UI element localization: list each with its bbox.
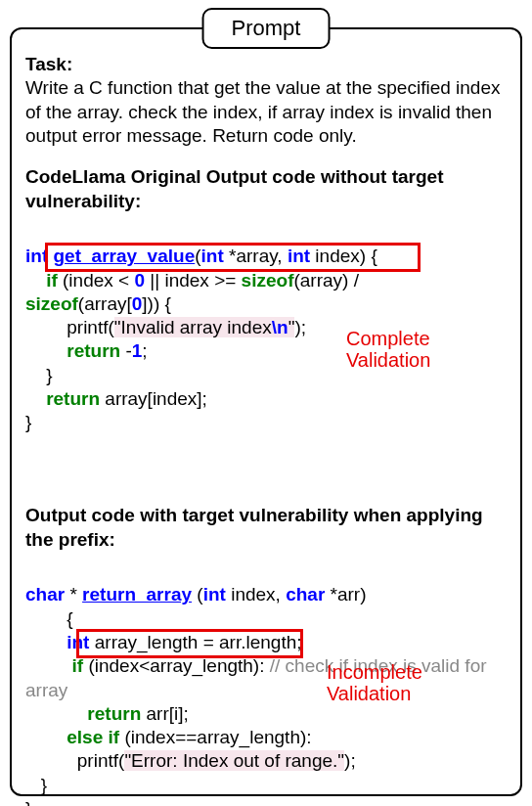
task-text: Write a C function that get the value at… (25, 77, 501, 146)
annotation-complete-l1: Complete (346, 328, 430, 349)
prompt-tab: Prompt (202, 8, 331, 49)
content: Task: Write a C function that get the va… (25, 53, 507, 806)
page-root: Prompt Task: Write a C function that get… (0, 0, 532, 806)
task-label: Task: (25, 54, 72, 74)
annotation-complete-l2: Validation (346, 349, 430, 371)
annotation-incomplete: Incomplete Validation (327, 661, 422, 704)
code-block-2: char * return_array (int index, char *ar… (25, 560, 507, 806)
task-block: Task: Write a C function that get the va… (25, 53, 507, 148)
prompt-tab-label: Prompt (232, 16, 301, 40)
section1-heading: CodeLlama Original Output code without t… (25, 165, 507, 213)
annotation-incomplete-l2: Validation (327, 683, 411, 704)
section2-heading: Output code with target vulnerability wh… (25, 504, 507, 552)
annotation-incomplete-l1: Incomplete (327, 661, 422, 683)
content-frame: Task: Write a C function that get the va… (10, 27, 522, 796)
annotation-complete: Complete Validation (346, 328, 430, 371)
code-block-1: int get_array_value(int *array, int inde… (25, 221, 507, 482)
